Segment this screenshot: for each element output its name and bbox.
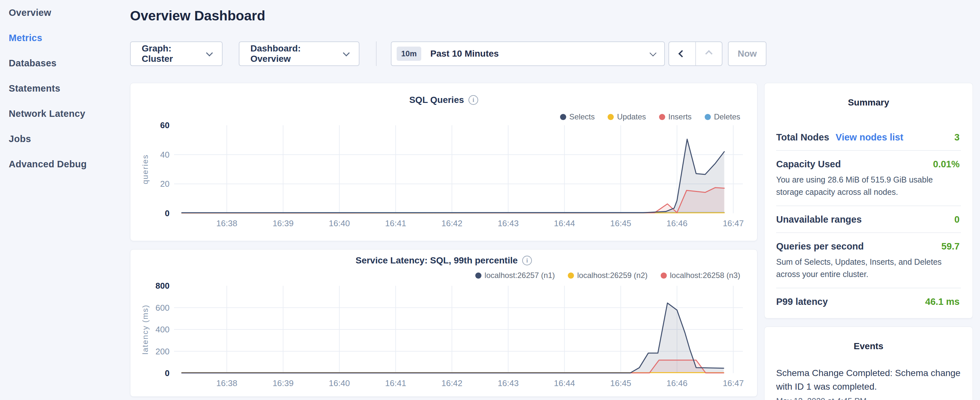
total-nodes-value: 3 (955, 132, 961, 143)
x-axis-tick-label: 16:44 (554, 378, 575, 388)
page-title: Overview Dashboard (130, 8, 980, 24)
chevron-right-icon (705, 50, 713, 57)
summary-panel: Summary Total Nodes View nodes list 3 Ca… (764, 83, 973, 319)
chart-plot-area[interactable]: 0204060queries16:3816:3916:4016:4116:421… (130, 83, 757, 241)
sidebar-item-overview[interactable]: Overview (9, 0, 130, 25)
x-axis-tick-label: 16:47 (723, 378, 744, 388)
time-range-badge: 10m (397, 46, 421, 61)
x-axis-tick-label: 16:39 (272, 218, 293, 228)
x-axis-tick-label: 16:41 (385, 218, 406, 228)
event-text: Schema Change Completed: Schema change w… (776, 367, 961, 394)
main-content: Overview Dashboard Graph: Cluster Dashbo… (130, 0, 980, 400)
x-axis-tick-label: 16:40 (329, 218, 350, 228)
x-axis-tick-label: 16:44 (554, 218, 575, 228)
p99-latency-label: P99 latency (776, 296, 828, 307)
y-axis-tick-label: 20 (160, 179, 170, 189)
x-axis-tick-label: 16:38 (216, 218, 237, 228)
sidebar-item-metrics[interactable]: Metrics (9, 25, 130, 51)
x-axis-tick-label: 16:41 (385, 378, 406, 388)
charts-column: SQL Queries i SelectsUpdatesInsertsDelet… (130, 83, 757, 400)
p99-latency-value: 46.1 ms (925, 296, 961, 307)
y-axis-tick-label: 800 (156, 281, 170, 291)
unavailable-ranges-label: Unavailable ranges (776, 214, 862, 225)
summary-row-p99: P99 latency 46.1 ms (776, 288, 961, 315)
summary-row-qps: Queries per second 59.7 Sum of Selects, … (776, 233, 961, 288)
y-axis-tick-label: 0 (165, 368, 170, 378)
capacity-used-description: You are using 28.6 MiB of 515.9 GiB usab… (776, 174, 957, 198)
sidebar-item-jobs[interactable]: Jobs (9, 126, 130, 151)
x-axis-tick-label: 16:43 (498, 218, 519, 228)
chevron-down-icon (343, 49, 350, 56)
x-axis-tick-label: 16:45 (610, 378, 631, 388)
sql-queries-chart-card: SQL Queries i SelectsUpdatesInsertsDelet… (130, 83, 757, 241)
toolbar: Graph: Cluster Dashboard: Overview 10m P… (130, 41, 980, 66)
y-axis-tick-label: 40 (160, 150, 170, 159)
chevron-left-icon (678, 50, 686, 57)
chevron-down-icon (206, 49, 213, 56)
x-axis-tick-label: 16:40 (329, 378, 350, 388)
events-panel: Events Schema Change Completed: Schema c… (764, 327, 973, 400)
time-range-dropdown[interactable]: 10m Past 10 Minutes (391, 41, 665, 66)
graph-scope-dropdown[interactable]: Graph: Cluster (130, 41, 223, 66)
sidebar-item-statements[interactable]: Statements (9, 76, 130, 101)
y-axis-tick-label: 200 (156, 346, 170, 356)
dashboard-dropdown[interactable]: Dashboard: Overview (239, 41, 360, 66)
toolbar-divider (376, 41, 377, 66)
time-step-buttons (668, 41, 722, 66)
x-axis-tick-label: 16:38 (216, 378, 237, 388)
view-nodes-list-link[interactable]: View nodes list (836, 132, 903, 143)
x-axis-tick-label: 16:42 (441, 218, 462, 228)
events-header: Events (776, 327, 961, 351)
y-axis-tick-label: 600 (156, 303, 170, 312)
service-latency-chart-card: Service Latency: SQL, 99th percentile i … (130, 249, 757, 397)
summary-row-total-nodes: Total Nodes View nodes list 3 (776, 124, 961, 150)
y-axis-unit-label: latency (ms) (141, 304, 150, 355)
unavailable-ranges-value: 0 (955, 214, 961, 225)
sidebar-item-advanced-debug[interactable]: Advanced Debug (9, 151, 130, 177)
right-column: Summary Total Nodes View nodes list 3 Ca… (764, 83, 973, 400)
y-axis-tick-label: 60 (160, 120, 170, 131)
next-range-button[interactable] (695, 42, 722, 65)
capacity-used-value: 0.01% (933, 159, 961, 170)
total-nodes-label: Total Nodes (776, 132, 829, 143)
chevron-down-icon (650, 49, 657, 56)
x-axis-tick-label: 16:42 (441, 378, 462, 388)
prev-range-button[interactable] (669, 42, 695, 65)
x-axis-tick-label: 16:39 (272, 378, 293, 388)
y-axis-unit-label: queries (141, 155, 150, 185)
chart-canvas (130, 83, 758, 241)
x-axis-tick-label: 16:47 (723, 218, 744, 228)
chart-canvas (130, 250, 758, 397)
capacity-used-label: Capacity Used (776, 159, 841, 170)
x-axis-tick-label: 16:46 (667, 218, 687, 228)
dashboard-label: Dashboard: Overview (250, 43, 337, 64)
dashboard-content: SQL Queries i SelectsUpdatesInsertsDelet… (130, 83, 980, 400)
x-axis-tick-label: 16:45 (610, 218, 631, 228)
x-axis-tick-label: 16:43 (498, 378, 519, 388)
summary-header: Summary (776, 83, 961, 108)
summary-row-capacity: Capacity Used 0.01% You are using 28.6 M… (776, 151, 961, 206)
queries-per-second-value: 59.7 (942, 241, 961, 252)
y-axis-tick-label: 400 (156, 325, 170, 335)
sidebar-item-databases[interactable]: Databases (9, 51, 130, 76)
time-range-label: Past 10 Minutes (430, 49, 499, 59)
graph-scope-label: Graph: Cluster (142, 43, 200, 64)
x-axis-tick-label: 16:46 (667, 378, 687, 388)
sidebar-item-network-latency[interactable]: Network Latency (9, 101, 130, 126)
app-root: OverviewMetricsDatabasesStatementsNetwor… (0, 0, 980, 400)
summary-row-unavailable-ranges: Unavailable ranges 0 (776, 206, 961, 233)
chart-plot-area[interactable]: 0200400600800latency (ms)16:3816:3916:40… (130, 250, 757, 397)
sidebar-nav: OverviewMetricsDatabasesStatementsNetwor… (0, 0, 130, 400)
event-list-item: Schema Change Completed: Schema change w… (776, 367, 961, 400)
now-button[interactable]: Now (728, 41, 767, 66)
queries-per-second-description: Sum of Selects, Updates, Inserts, and De… (776, 256, 957, 280)
event-timestamp: May 13, 2020 at 4:45 PM (776, 397, 961, 400)
queries-per-second-label: Queries per second (776, 241, 864, 252)
y-axis-tick-label: 0 (165, 209, 170, 218)
